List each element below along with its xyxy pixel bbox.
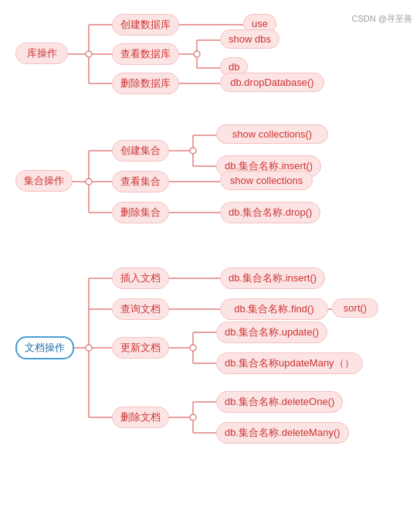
view-col-node: 查看集合	[112, 171, 169, 192]
show-collections-node: show collections	[220, 171, 313, 190]
svg-point-43	[86, 345, 92, 351]
create-col-node: 创建集合	[112, 140, 169, 162]
connector-lines	[0, 0, 420, 514]
svg-point-39	[86, 51, 92, 57]
svg-point-40	[194, 51, 200, 57]
view-db-node: 查看数据库	[112, 43, 179, 65]
query-doc-node: 查询文档	[112, 298, 169, 320]
find-doc-node: db.集合名称.find()	[220, 298, 328, 320]
delete-many-node: db.集合名称.deleteMany()	[216, 422, 349, 444]
wd-cao-node: 文档操作	[15, 336, 74, 359]
drop-col-node: db.集合名称.drop()	[220, 202, 320, 223]
show-dbs-node: show dbs	[220, 29, 279, 49]
ji-cao-node: 集合操作	[15, 170, 73, 192]
diagram: 库操作 创建数据库 查看数据库 删除数据库 use show dbs db db…	[0, 0, 420, 31]
drop-db-node: db.dropDatabase()	[220, 73, 324, 92]
insert-doc-node: 插入文档	[112, 267, 169, 289]
sort-cmd-node: sort()	[332, 298, 378, 318]
update-doc-node: 更新文档	[112, 337, 169, 359]
svg-point-42	[190, 148, 196, 154]
update-many-node: db.集合名称updateMany（）	[216, 352, 363, 374]
ku-cao-node: 库操作	[15, 43, 68, 64]
create-db-node: 创建数据库	[112, 14, 179, 36]
delete-one-node: db.集合名称.deleteOne()	[216, 391, 343, 413]
watermark: CSDN @寻至善	[352, 13, 412, 25]
delete-col-node: 删除集合	[112, 202, 169, 223]
delete-db-node: 删除数据库	[112, 73, 179, 94]
svg-point-41	[86, 179, 92, 185]
show-collections-fn-node: show collections()	[216, 124, 328, 144]
svg-point-44	[190, 345, 196, 351]
insert-doc-cmd-node: db.集合名称.insert()	[220, 267, 325, 289]
svg-point-45	[190, 414, 196, 420]
update-one-node: db.集合名称.update()	[216, 322, 327, 343]
delete-doc-node: 删除文档	[112, 407, 169, 428]
